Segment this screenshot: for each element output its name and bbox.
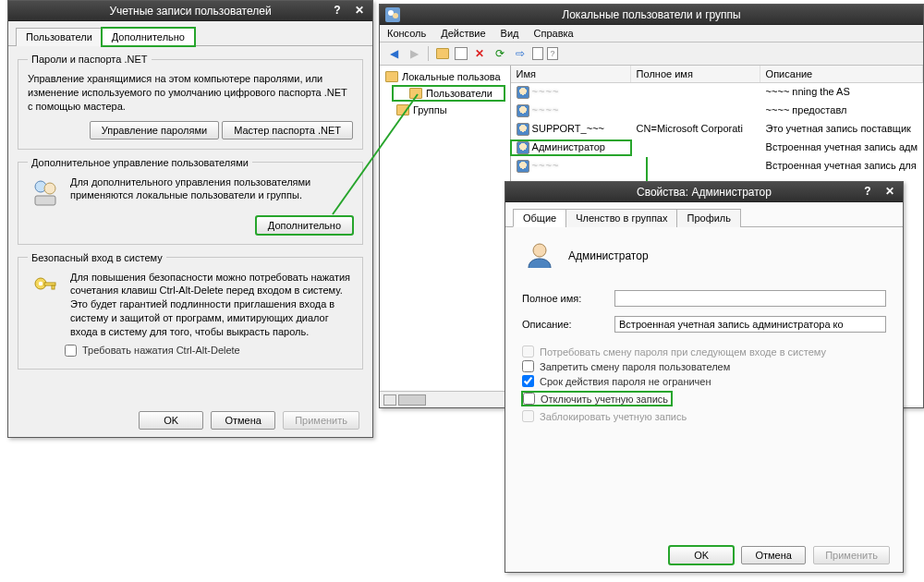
- chk-lock-account-input: [522, 410, 534, 422]
- key-icon: [28, 271, 63, 306]
- col-name[interactable]: Имя: [511, 66, 631, 82]
- props-close-button[interactable]: ✕: [881, 184, 899, 199]
- manage-passwords-button[interactable]: Управление паролями: [90, 121, 219, 139]
- svg-point-1: [44, 183, 55, 194]
- chk-no-password-change-input[interactable]: [522, 360, 534, 372]
- svg-point-8: [388, 10, 394, 16]
- row-name: SUPPORT_~~~: [511, 122, 631, 137]
- ok-button[interactable]: OK: [139, 411, 203, 430]
- users-groups-icon: [28, 176, 63, 211]
- menu-console[interactable]: Консоль: [387, 28, 426, 39]
- back-icon[interactable]: ◀: [385, 45, 402, 62]
- row-fullname: [631, 140, 760, 155]
- row-fullname: CN=Microsoft Corporati: [631, 122, 760, 137]
- user-icon: [517, 123, 529, 136]
- col-fullname[interactable]: Полное имя: [631, 66, 760, 82]
- toolbar: ◀ ▶ ✕ ⟳ ⇨ ?: [380, 42, 923, 66]
- props-icon[interactable]: [532, 47, 543, 60]
- chk-disable-account[interactable]: Отключить учетную запись: [523, 393, 668, 405]
- menu-view[interactable]: Вид: [501, 28, 519, 39]
- label-description: Описание:: [522, 319, 605, 330]
- props-heading: Администратор: [568, 249, 649, 262]
- menu-action[interactable]: Действие: [441, 28, 485, 39]
- chk-password-never-expires-label: Срок действия пароля не ограничен: [540, 376, 711, 387]
- col-desc[interactable]: Описание: [760, 66, 923, 82]
- group-advanced-users: Дополнительное управление пользователями…: [18, 157, 363, 245]
- net-passport-button[interactable]: Мастер паспорта .NET: [222, 121, 353, 139]
- toolbar-sep: [428, 46, 429, 61]
- chk-require-password-change-label: Потребовать смену пароля при следующем в…: [540, 346, 826, 358]
- row-desc: Встроенная учетная запись адм: [760, 140, 923, 155]
- props-button-bar: OK Отмена Применить: [669, 546, 890, 564]
- folder-icon: [409, 88, 422, 99]
- export-icon[interactable]: ⇨: [512, 45, 529, 62]
- help-icon[interactable]: ?: [547, 47, 558, 60]
- forward-icon: ▶: [406, 45, 422, 62]
- help-button[interactable]: ?: [328, 3, 346, 18]
- refresh-icon[interactable]: ⟳: [492, 45, 508, 62]
- props-titlebar: Свойства: Администратор ? ✕: [505, 182, 903, 202]
- user-icon: [517, 160, 529, 173]
- table-row[interactable]: ~~~~~~~~ nning the AS: [511, 83, 923, 102]
- table-row[interactable]: ~~~~Встроенная учетная запись для: [511, 157, 923, 176]
- menu-help[interactable]: Справка: [534, 28, 574, 39]
- input-fullname[interactable]: [614, 290, 886, 307]
- row-desc: ~~~~ предоставл: [760, 103, 923, 118]
- tree-users[interactable]: Пользователи: [393, 86, 505, 101]
- tab-profile[interactable]: Профиль: [676, 209, 741, 227]
- table-row[interactable]: ~~~~~~~~ предоставл: [511, 102, 923, 120]
- apply-button: Применить: [283, 411, 359, 430]
- row-name: ~~~~: [511, 85, 631, 100]
- require-cad-checkbox[interactable]: Требовать нажатия Ctrl-Alt-Delete: [65, 345, 353, 357]
- chk-password-never-expires-input[interactable]: [522, 375, 534, 387]
- user-icon: [517, 141, 529, 154]
- chk-lock-account[interactable]: Заблокировать учетную запись: [522, 410, 886, 422]
- folder-icon[interactable]: [434, 45, 451, 62]
- menu-bar: Консоль Действие Вид Справка: [380, 25, 923, 42]
- input-description[interactable]: [614, 316, 886, 333]
- svg-rect-2: [35, 196, 55, 205]
- delete-icon[interactable]: ✕: [471, 45, 488, 62]
- cancel-button[interactable]: Отмена: [211, 411, 275, 430]
- require-cad-input[interactable]: [65, 345, 77, 357]
- tree-groups-label: Группы: [413, 104, 447, 115]
- chk-require-password-change[interactable]: Потребовать смену пароля при следующем в…: [522, 346, 886, 358]
- tree-users-label: Пользователи: [426, 88, 492, 99]
- folder-icon: [385, 71, 398, 82]
- props-ok-button[interactable]: OK: [669, 546, 734, 564]
- mmc-app-icon: [385, 7, 400, 25]
- tree-groups[interactable]: Группы: [380, 103, 510, 117]
- user-accounts-dialog: Учетные записи пользователей ? ✕ Пользов…: [7, 0, 373, 438]
- table-row[interactable]: SUPPORT_~~~CN=Microsoft CorporatiЭто уче…: [511, 120, 923, 139]
- chk-disable-account-input[interactable]: [523, 393, 535, 405]
- label-fullname: Полное имя:: [522, 293, 605, 304]
- chk-no-password-change-label: Запретить смену пароля пользователем: [540, 361, 730, 372]
- row-desc: Встроенная учетная запись для: [760, 159, 923, 174]
- tab-users[interactable]: Пользователи: [16, 28, 103, 46]
- tree-root[interactable]: Локальные пользова: [380, 69, 510, 84]
- require-cad-label: Требовать нажатия Ctrl-Alt-Delete: [82, 345, 240, 356]
- chk-no-password-change[interactable]: Запретить смену пароля пользователем: [522, 360, 886, 372]
- tree-pane: Локальные пользова Пользователи Группы: [380, 66, 511, 406]
- column-headers: Имя Полное имя Описание: [511, 66, 923, 83]
- row-name: ~~~~: [511, 103, 631, 118]
- advanced-button[interactable]: Дополнительно: [256, 216, 353, 235]
- tab-general[interactable]: Общие: [513, 209, 566, 227]
- chk-require-password-change-input: [522, 346, 534, 358]
- close-button[interactable]: ✕: [350, 3, 369, 18]
- chk-password-never-expires[interactable]: Срок действия пароля не ограничен: [522, 375, 886, 387]
- table-row[interactable]: АдминистраторВстроенная учетная запись а…: [511, 139, 923, 157]
- tab-advanced[interactable]: Дополнительно: [102, 28, 195, 46]
- group-secure-login: Безопасный вход в систему Для повышения …: [18, 252, 363, 370]
- group-advanced-desc: Для дополнительного управления пользоват…: [70, 176, 353, 203]
- props-apply-button: Применить: [813, 546, 890, 564]
- props-help-button[interactable]: ?: [858, 184, 877, 199]
- svg-point-4: [39, 281, 43, 285]
- group-secure-desc: Для повышения безопасности можно потребо…: [70, 271, 353, 339]
- tab-membership[interactable]: Членство в группах: [565, 209, 677, 227]
- chk-disable-account-label: Отключить учетную запись: [541, 394, 668, 405]
- mmc-titlebar: Локальные пользователи и группы: [380, 5, 923, 25]
- table-icon[interactable]: [455, 47, 468, 60]
- group-passwords-legend: Пароли и паспорта .NET: [28, 54, 152, 65]
- props-cancel-button[interactable]: Отмена: [741, 546, 806, 564]
